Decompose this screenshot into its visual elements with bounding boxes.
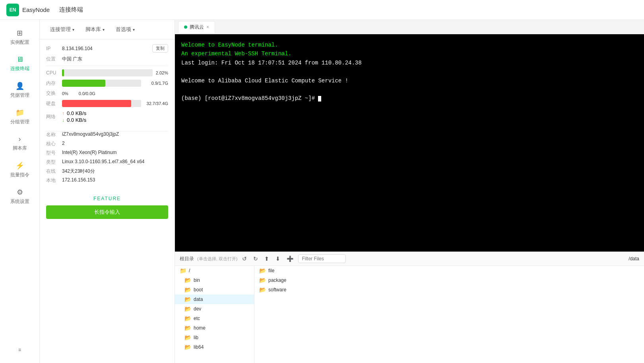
type-stat-value: Intel(R) Xeon(R) Platinum [62, 150, 116, 156]
file-list-panel: 📂 file 📂 package 📂 software [254, 266, 644, 363]
sidebar-item-groups[interactable]: 📁 分组管理 [4, 104, 36, 129]
file-reload-btn[interactable]: ↻ [252, 255, 260, 263]
sidebar-item-terminal[interactable]: 🖥 连接终端 [4, 51, 36, 76]
connection-management-btn[interactable]: 连接管理 ▾ [46, 24, 78, 35]
swap-value: 0% [62, 91, 68, 96]
long-command-button[interactable]: 长指令输入 [46, 205, 168, 219]
sidebar-item-credentials[interactable]: 👤 凭据管理 [4, 78, 36, 103]
file-item-label: lib64 [194, 344, 204, 350]
info-panel: 连接管理 ▾ 脚本库 ▾ 首选项 ▾ IP 8.134.196.104 [40, 20, 175, 363]
sidebar-item-label: 实例配置 [10, 39, 29, 46]
memory-progress-container: 0.9/1.7G [62, 80, 168, 87]
type-stat-label: 型号 [46, 150, 59, 156]
sidebar-item-batch[interactable]: ⚡ 批量指令 [4, 157, 36, 182]
local-stat-value: 172.16.156.153 [62, 177, 95, 184]
chevron-down-icon: ▾ [133, 27, 135, 32]
terminal-tab[interactable]: 腾讯云 × [178, 21, 215, 33]
sidebar-item-label: 连接终端 [10, 65, 29, 72]
file-tree-panel: 📁 / 📂 bin 📂 boot [175, 266, 254, 363]
copy-ip-button[interactable]: 复制 [152, 44, 168, 53]
file-item-label: file [268, 268, 274, 273]
cpu-row: CPU 2.02% [46, 69, 168, 76]
sidebar-item-scripts[interactable]: › 脚本库 [4, 131, 36, 156]
file-tree: 📁 / 📂 bin 📂 boot [175, 266, 254, 352]
name-stat-label: 名称 [46, 131, 59, 138]
local-row: 本地 172.16.156.153 [46, 177, 168, 184]
terminal-icon: 🖥 [16, 55, 23, 64]
folder-icon: 📂 [184, 296, 191, 302]
core-stat-label: 核心 [46, 141, 59, 147]
upload-icon: ↑ [62, 111, 64, 116]
chevron-down-icon: ▾ [103, 27, 105, 32]
list-item[interactable]: 📂 home [175, 323, 254, 333]
folder-icon: 📂 [184, 306, 191, 312]
sidebar-collapse-btn[interactable]: ≡ [4, 343, 36, 357]
folder-icon: 📂 [184, 287, 191, 293]
network-up-row: ↑ 0.0 KB/s [62, 110, 168, 116]
file-path: /data [628, 256, 639, 262]
app-logo: EN [6, 4, 19, 16]
sidebar: ⊞ 实例配置 🖥 连接终端 👤 凭据管理 📁 分组管理 › 脚本库 ⚡ 批量指令… [0, 20, 40, 363]
list-item[interactable]: 📂 data [175, 295, 254, 304]
disk-detail: 32.7/37.4G [144, 101, 168, 106]
file-refresh-btn[interactable]: ↺ [241, 255, 248, 263]
cpu-progress-bar [62, 69, 153, 76]
disk-progress-bar [62, 100, 141, 107]
info-toolbar: 连接管理 ▾ 脚本库 ▾ 首选项 ▾ [40, 20, 175, 39]
online-row: 在线 342天23时40分 [46, 168, 168, 175]
file-upload-btn[interactable]: ⬆ [263, 255, 271, 263]
preferences-btn[interactable]: 首选项 ▾ [112, 24, 139, 35]
right-area: 连接管理 ▾ 脚本库 ▾ 首选项 ▾ IP 8.134.196.104 [40, 20, 644, 363]
file-browser-wrapper: 根目录 (单击选择, 双击打开) ↺ ↻ ⬆ ⬇ ➕ /data [175, 252, 644, 363]
sidebar-item-label: 凭据管理 [10, 92, 29, 99]
list-item[interactable]: 📂 package [254, 275, 644, 285]
folder-icon: 📂 [184, 277, 191, 283]
hamburger-icon: ≡ [18, 347, 21, 353]
file-download-btn[interactable]: ⬇ [274, 255, 282, 263]
cpu-value: 2.02% [156, 70, 168, 75]
user-icon: 👤 [16, 82, 24, 90]
sidebar-item-label: 系统设置 [10, 198, 29, 205]
file-toolbar: 根目录 (单击选择, 双击打开) ↺ ↻ ⬆ ⬇ ➕ /data [175, 252, 644, 266]
file-search-input[interactable] [298, 254, 346, 263]
sidebar-bottom: ≡ [4, 343, 36, 358]
file-new-btn[interactable]: ➕ [285, 255, 295, 263]
list-item[interactable]: 📂 software [254, 285, 644, 295]
list-item[interactable]: 📂 lib [175, 333, 254, 342]
ip-value: 8.134.196.104 [62, 46, 149, 51]
os-row: 类型 Linux 3.10.0-1160.95.1.el7.x86_64 x64 [46, 159, 168, 166]
folder-icon: 📂 [184, 334, 191, 341]
list-item[interactable]: 📂 etc [175, 314, 254, 323]
terminal-line-6 [181, 85, 638, 94]
list-item[interactable]: 📂 dev [175, 304, 254, 314]
folder-icon: 📂 [259, 267, 266, 274]
memory-row: 内存 0.9/1.7G [46, 80, 168, 87]
network-down-value: 0.0 KB/s [67, 117, 86, 123]
sidebar-item-instance[interactable]: ⊞ 实例配置 [4, 25, 36, 50]
script-library-label: 脚本库 [85, 26, 101, 33]
list-item[interactable]: 📂 boot [175, 285, 254, 295]
terminal-console[interactable]: Welcome to EasyNode terminal. An experim… [175, 34, 644, 252]
list-item[interactable]: 📂 lib64 [175, 342, 254, 352]
list-item[interactable]: 📂 bin [175, 275, 254, 285]
file-toolbar-label: 根目录 [180, 256, 194, 262]
terminal-prompt: (base) [root@iZ7xv8mogva854vg30j3jpZ ~]# [181, 95, 318, 101]
file-right-tree: 📂 file 📂 package 📂 software [254, 266, 644, 295]
tab-close-icon[interactable]: × [206, 24, 209, 30]
list-item[interactable]: 📂 file [254, 266, 644, 275]
ip-row: IP 8.134.196.104 复制 [46, 44, 168, 53]
app-name: EasyNode [22, 6, 50, 13]
swap-detail: 0.0/0.0G [72, 91, 95, 96]
list-item[interactable]: 📁 / [175, 266, 254, 275]
disk-row: 硬盘 32.7/37.4G [46, 100, 168, 107]
network-up-value: 0.0 KB/s [67, 110, 86, 116]
script-library-btn[interactable]: 脚本库 ▾ [81, 24, 109, 35]
core-stat-value: 2 [62, 141, 65, 147]
file-item-label: lib [194, 335, 198, 340]
disk-progress-fill [62, 100, 131, 107]
folder-icon: 📁 [180, 267, 186, 274]
terminal-line-3: Last login: Fri Oct 18 17:07:51 2024 fro… [181, 59, 638, 67]
folder-icon: 📁 [16, 108, 24, 117]
preferences-label: 首选项 [116, 26, 131, 33]
sidebar-item-settings[interactable]: ⚙ 系统设置 [4, 184, 36, 209]
